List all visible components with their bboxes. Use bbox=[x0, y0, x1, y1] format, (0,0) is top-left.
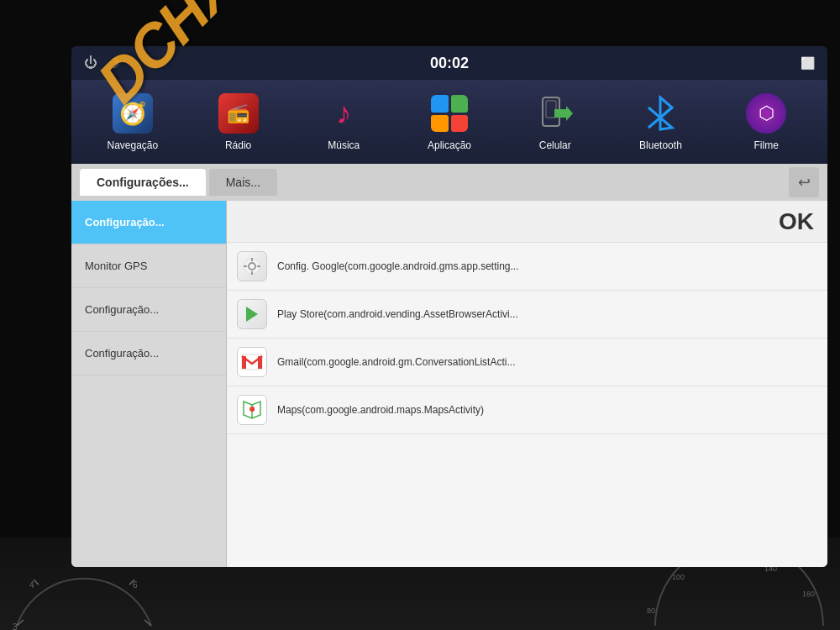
svg-marker-16 bbox=[554, 106, 573, 121]
filme-icon: ⬡ bbox=[745, 92, 787, 134]
top-bar: ⏻ ☽ 00:02 ⬜ bbox=[71, 46, 827, 80]
aplicacao-icon bbox=[428, 92, 470, 134]
svg-marker-23 bbox=[246, 307, 258, 322]
svg-text:100: 100 bbox=[672, 573, 685, 581]
musica-label: Música bbox=[328, 139, 360, 151]
svg-text:80: 80 bbox=[647, 606, 655, 615]
left-sidebar: Configuração... Monitor GPS Configuração… bbox=[71, 201, 227, 567]
aplicacao-label: Aplicação bbox=[428, 139, 471, 151]
back-button[interactable]: ↩ bbox=[789, 167, 819, 197]
svg-text:4: 4 bbox=[29, 580, 34, 590]
gmail-name: Gmail(com.google.android.gm.Conversation… bbox=[277, 356, 817, 368]
celular-label: Celular bbox=[539, 139, 571, 151]
google-settings-icon bbox=[237, 251, 267, 281]
tab-configuracoes[interactable]: Configurações... bbox=[80, 169, 206, 196]
power-icon[interactable]: ⏻ bbox=[84, 55, 97, 71]
radio-icon: 📻 bbox=[218, 92, 260, 134]
clock-display: 00:02 bbox=[430, 55, 469, 72]
musica-icon: ♪ bbox=[323, 92, 365, 134]
celular-icon bbox=[534, 92, 576, 134]
nav-item-radio[interactable]: 📻 Rádio bbox=[186, 80, 291, 164]
main-screen: ⏻ ☽ 00:02 ⬜ 🧭 Navegação 📻 Rádio bbox=[71, 46, 827, 567]
bluetooth-icon bbox=[639, 92, 681, 134]
navigation-row: 🧭 Navegação 📻 Rádio ♪ Música bbox=[71, 80, 827, 164]
nav-item-bluetooth[interactable]: Bluetooth bbox=[608, 80, 714, 164]
radio-label: Rádio bbox=[225, 139, 251, 151]
app-item-google[interactable]: Config. Google(com.google.android.gms.ap… bbox=[227, 243, 827, 291]
battery-icon: ⬜ bbox=[801, 56, 815, 70]
moon-icon[interactable]: ☽ bbox=[108, 55, 119, 71]
playstore-name: Play Store(com.android.vending.AssetBrow… bbox=[277, 308, 817, 320]
svg-line-1 bbox=[34, 580, 39, 585]
sidebar-item-monitor-gps[interactable]: Monitor GPS bbox=[71, 244, 226, 288]
sidebar-item-configuracao-1[interactable]: Configuração... bbox=[71, 201, 226, 244]
gmail-icon bbox=[237, 347, 267, 377]
navegacao-label: Navegação bbox=[108, 139, 159, 151]
svg-text:6: 6 bbox=[133, 580, 138, 590]
app-list: Config. Google(com.google.android.gms.ap… bbox=[227, 243, 827, 567]
app-item-gmail[interactable]: Gmail(com.google.android.gm.Conversation… bbox=[227, 339, 827, 386]
top-bar-left: ⏻ ☽ bbox=[84, 55, 119, 71]
bluetooth-label: Bluetooth bbox=[639, 139, 682, 151]
svg-text:3: 3 bbox=[13, 622, 18, 630]
right-panel: OK bbox=[227, 201, 827, 567]
ok-button[interactable]: OK bbox=[779, 208, 814, 235]
svg-rect-25 bbox=[242, 356, 246, 369]
nav-item-celular[interactable]: Celular bbox=[502, 80, 608, 164]
navegacao-icon: 🧭 bbox=[112, 92, 154, 134]
ok-bar: OK bbox=[227, 201, 827, 243]
tab-mais[interactable]: Mais... bbox=[209, 169, 277, 196]
app-item-playstore[interactable]: Play Store(com.android.vending.AssetBrow… bbox=[227, 291, 827, 339]
sidebar-item-configuracao-2[interactable]: Configuração... bbox=[71, 288, 226, 332]
nav-item-aplicacao[interactable]: Aplicação bbox=[396, 80, 502, 164]
maps-name: Maps(com.google.android.maps.MapsActivit… bbox=[277, 404, 817, 416]
app-item-maps[interactable]: Maps(com.google.android.maps.MapsActivit… bbox=[227, 386, 827, 434]
content-split: Configuração... Monitor GPS Configuração… bbox=[71, 201, 827, 567]
nav-item-musica[interactable]: ♪ Música bbox=[291, 80, 396, 164]
google-settings-name: Config. Google(com.google.android.gms.ap… bbox=[277, 260, 817, 272]
tab-bar: Configurações... Mais... ↩ bbox=[71, 164, 827, 201]
nav-item-navegacao[interactable]: 🧭 Navegação bbox=[80, 80, 186, 164]
playstore-icon bbox=[237, 299, 267, 329]
sidebar-item-configuracao-3[interactable]: Configuração... bbox=[71, 332, 226, 375]
svg-text:160: 160 bbox=[802, 590, 815, 598]
filme-label: Filme bbox=[754, 139, 779, 151]
maps-icon bbox=[237, 395, 267, 425]
svg-rect-26 bbox=[258, 356, 262, 369]
nav-item-filme[interactable]: ⬡ Filme bbox=[713, 80, 819, 164]
